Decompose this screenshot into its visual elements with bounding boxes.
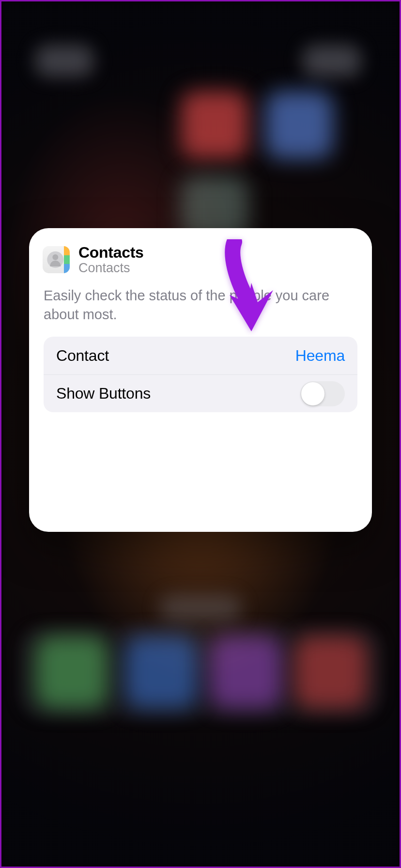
bg-dock-icon xyxy=(294,636,367,709)
bg-dock-icon xyxy=(210,636,282,709)
bg-app-icon xyxy=(265,91,333,159)
show-buttons-toggle[interactable] xyxy=(300,381,345,406)
widget-settings-modal: Contacts Contacts Easily check the statu… xyxy=(29,228,372,532)
bg-dock-icon xyxy=(35,636,108,709)
bg-dock-icon xyxy=(125,636,198,709)
show-buttons-row: Show Buttons xyxy=(44,374,357,412)
settings-list: Contact Heema Show Buttons xyxy=(44,337,357,412)
contacts-app-icon xyxy=(43,246,70,273)
contact-value: Heema xyxy=(295,347,345,365)
bg-search-pill xyxy=(159,595,242,621)
contact-label: Contact xyxy=(56,347,109,365)
modal-header: Contacts Contacts xyxy=(43,244,358,276)
toggle-knob xyxy=(301,382,324,405)
status-pill-right xyxy=(303,45,361,77)
widget-title: Contacts xyxy=(78,244,144,262)
bg-app-icon xyxy=(181,91,248,159)
status-pill-left xyxy=(35,45,93,77)
contact-row[interactable]: Contact Heema xyxy=(44,337,357,374)
widget-subtitle: Contacts xyxy=(78,261,144,276)
modal-titles: Contacts Contacts xyxy=(78,244,144,276)
show-buttons-label: Show Buttons xyxy=(56,385,151,403)
widget-description: Easily check the status of the people yo… xyxy=(43,286,358,324)
